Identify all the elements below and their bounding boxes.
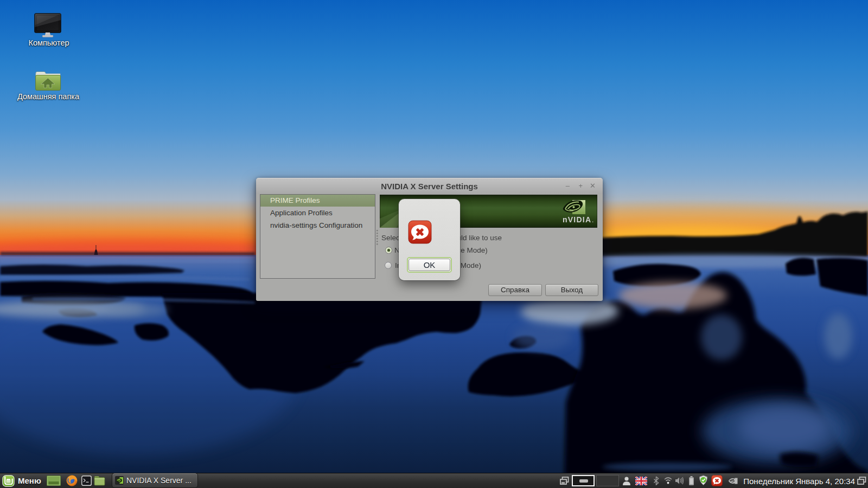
svg-text:.: . bbox=[592, 216, 593, 224]
svg-text:nVIDIA: nVIDIA bbox=[563, 215, 591, 224]
